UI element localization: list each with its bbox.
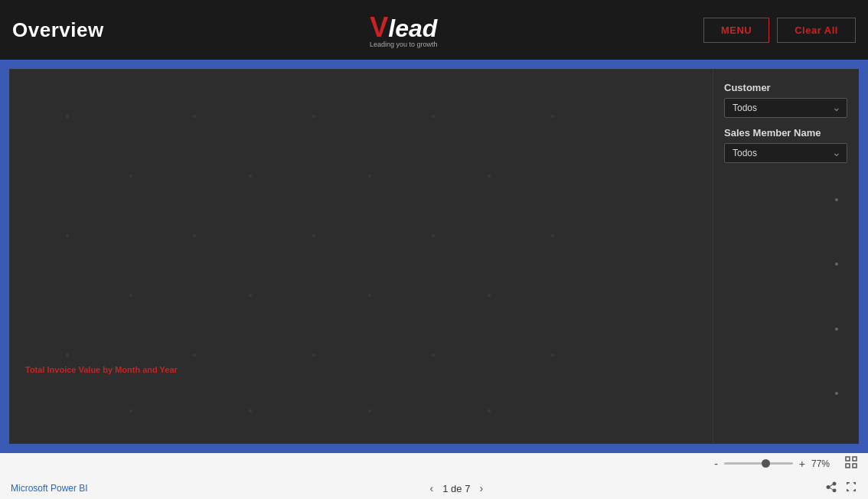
page-nav: ‹ 1 de 7 › (430, 482, 484, 494)
logo-text: lead (388, 15, 437, 43)
nav-bar: Microsoft Power BI ‹ 1 de 7 › (0, 479, 868, 499)
dot (312, 234, 315, 237)
dot (551, 115, 554, 118)
dot (835, 198, 838, 201)
zoom-minus-icon[interactable]: - (714, 458, 718, 470)
customer-filter-group: Customer Todos (724, 82, 847, 118)
logo-area: V lead Leading you to growth (370, 11, 438, 48)
customer-select[interactable]: Todos (724, 98, 847, 118)
dot (488, 174, 491, 178)
dot (835, 392, 838, 395)
chart-title: Total Invoice Value by Month and Year (25, 365, 178, 374)
dot (368, 294, 371, 297)
svg-rect-1 (853, 457, 857, 461)
prev-page-button[interactable]: ‹ (430, 482, 434, 494)
dot (193, 234, 196, 237)
logo: V lead Leading you to growth (370, 11, 438, 48)
dot (368, 174, 371, 178)
dot (835, 263, 838, 266)
dot (551, 354, 554, 357)
dot (368, 409, 371, 413)
report-wrapper: Total Invoice Value by Month and Year Cu… (9, 69, 859, 444)
clear-all-button[interactable]: Clear All (777, 18, 856, 43)
dot (488, 294, 491, 297)
dot (129, 409, 132, 413)
page-indicator: 1 de 7 (442, 483, 470, 494)
dot (432, 354, 435, 357)
zoom-percent: 77% (811, 458, 839, 469)
dot (432, 115, 435, 118)
zoom-plus-icon[interactable]: + (799, 458, 805, 470)
header-buttons: MENU Clear All (703, 18, 856, 43)
zoom-slider-track[interactable] (724, 462, 793, 465)
logo-tagline: Leading you to growth (370, 41, 438, 48)
customer-label: Customer (724, 82, 847, 93)
fullscreen-button[interactable] (845, 481, 857, 496)
sales-label: Sales Member Name (724, 127, 847, 139)
sales-select-wrapper[interactable]: Todos (724, 143, 847, 163)
status-bar: - + 77% Microsoft Power BI ‹ 1 de 7 › (0, 453, 868, 499)
dot (249, 294, 252, 297)
next-page-button[interactable]: › (479, 482, 483, 494)
logo-v: V (370, 11, 388, 44)
main-content: Total Invoice Value by Month and Year Cu… (0, 60, 868, 453)
menu-button[interactable]: MENU (703, 18, 769, 43)
sales-filter-group: Sales Member Name Todos (724, 127, 847, 163)
dot (129, 174, 132, 178)
dot (193, 354, 196, 357)
dot (193, 115, 196, 118)
dot (129, 294, 132, 297)
svg-rect-2 (846, 464, 850, 468)
dot (488, 409, 491, 413)
chart-area: Total Invoice Value by Month and Year (10, 70, 713, 443)
customer-select-wrapper[interactable]: Todos (724, 98, 847, 118)
action-icons (825, 481, 857, 496)
dot (432, 234, 435, 237)
dots-container (10, 70, 713, 443)
sales-select[interactable]: Todos (724, 143, 847, 163)
sidebar-dots (724, 172, 847, 431)
dot (66, 234, 69, 237)
powerbi-link[interactable]: Microsoft Power BI (11, 483, 88, 494)
page-title: Overview (12, 18, 104, 42)
zoom-fit-button[interactable] (845, 456, 857, 471)
zoom-bar: - + 77% (0, 453, 868, 471)
dot (551, 234, 554, 237)
dot (249, 409, 252, 413)
zoom-slider-thumb[interactable] (762, 459, 770, 468)
dot (312, 115, 315, 118)
svg-rect-3 (853, 464, 857, 468)
header: Overview V lead Leading you to growth ME… (0, 0, 868, 60)
share-button[interactable] (825, 481, 837, 496)
dot (835, 328, 838, 331)
dot (66, 115, 69, 118)
dot (312, 354, 315, 357)
dot (249, 174, 252, 178)
dot (66, 354, 69, 357)
svg-rect-0 (846, 457, 850, 461)
filters-sidebar: Customer Todos Sales Member Name Todos (713, 70, 858, 443)
